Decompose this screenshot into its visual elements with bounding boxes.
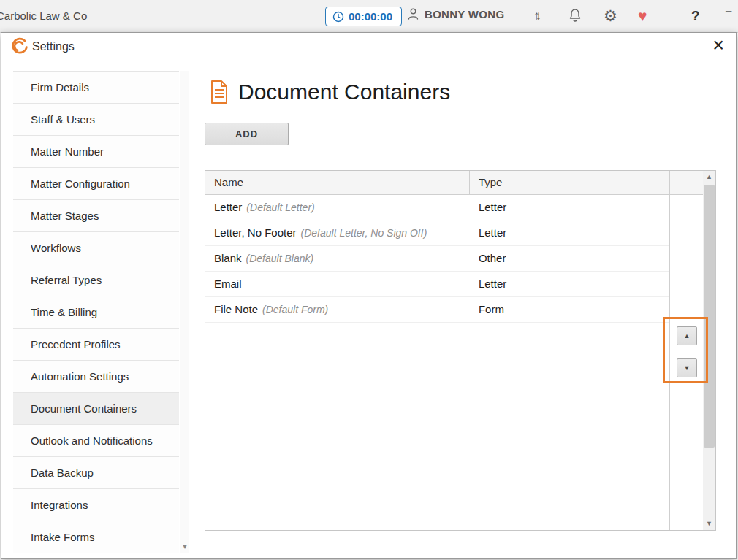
reorder-strip-header (670, 171, 703, 195)
document-icon (209, 80, 229, 104)
table-row[interactable]: File Note(Default Form)Form (205, 297, 669, 323)
sidebar-item-precedent-profiles[interactable]: Precedent Profiles (13, 329, 179, 361)
user-name: BONNY WONG (425, 8, 504, 20)
scrollbar-thumb[interactable] (704, 185, 715, 448)
container-name: File Note (214, 303, 258, 315)
table-row[interactable]: Letter(Default Letter)Letter (205, 195, 669, 220)
person-icon (407, 7, 419, 20)
sidebar-scroll-down-icon[interactable]: ▾ (181, 542, 189, 551)
container-type: Form (470, 297, 669, 322)
page-title-row: Document Containers (209, 80, 450, 104)
default-annotation: (Default Blank) (246, 253, 314, 264)
sidebar-item-firm-details[interactable]: Firm Details (13, 72, 179, 104)
minimize-button[interactable]: – (726, 1, 731, 19)
column-header-name[interactable]: Name (205, 171, 470, 194)
sort-arrows-icon[interactable]: ↑↓ (533, 7, 537, 25)
sidebar-item-document-containers[interactable]: Document Containers (13, 393, 179, 425)
name-cell: File Note(Default Form) (205, 297, 470, 322)
down-triangle-icon: ▼ (684, 364, 691, 372)
container-type: Letter (470, 195, 669, 220)
sidebar-item-data-backup[interactable]: Data Backup (13, 457, 179, 489)
app-logo-icon (11, 37, 30, 56)
name-cell: Letter(Default Letter) (205, 195, 470, 220)
timer-value: 00:00:00 (349, 10, 392, 23)
dialog-header: Settings × (1, 33, 736, 62)
settings-gear-icon[interactable]: ⚙ (604, 7, 617, 25)
table-area: Name Type Letter(Default Letter)LetterLe… (205, 171, 669, 530)
container-type: Letter (470, 272, 669, 296)
sidebar-item-staff-users[interactable]: Staff & Users (13, 104, 179, 136)
sidebar-item-workflows[interactable]: Workflows (13, 232, 179, 264)
containers-table: Name Type Letter(Default Letter)LetterLe… (205, 170, 716, 531)
sidebar-item-referral-types[interactable]: Referral Types (13, 264, 179, 296)
user-menu[interactable]: BONNY WONG (407, 7, 504, 20)
move-down-button[interactable]: ▼ (677, 358, 697, 377)
default-annotation: (Default Letter, No Sign Off) (301, 227, 427, 239)
container-type: Other (470, 246, 669, 271)
favorite-heart-icon[interactable]: ♥ (638, 7, 647, 25)
timer-button[interactable]: 00:00:00 (325, 7, 402, 26)
table-scrollbar[interactable]: ▲ ▼ (703, 171, 715, 530)
app-titlebar: Carbolic Law & Co 00:00:00 BONNY WONG ↑↓… (0, 0, 738, 33)
scroll-down-icon[interactable]: ▼ (703, 518, 715, 530)
company-name: Carbolic Law & Co (0, 9, 87, 22)
sidebar-item-automation-settings[interactable]: Automation Settings (13, 361, 179, 393)
table-header: Name Type (205, 171, 669, 195)
table-row[interactable]: Letter, No Footer(Default Letter, No Sig… (205, 220, 669, 246)
name-cell: Blank(Default Blank) (205, 246, 470, 271)
table-row[interactable]: EmailLetter (205, 272, 669, 297)
scroll-up-icon[interactable]: ▲ (703, 171, 715, 183)
column-header-type[interactable]: Type (470, 171, 669, 194)
notifications-bell-icon[interactable] (568, 8, 582, 27)
clock-icon (332, 11, 344, 23)
container-name: Blank (214, 252, 242, 264)
help-button[interactable]: ? (691, 7, 700, 25)
table-body: Letter(Default Letter)LetterLetter, No F… (205, 195, 669, 323)
move-up-button[interactable]: ▲ (677, 326, 697, 345)
sidebar-scrollbar[interactable]: ▾ (180, 71, 189, 553)
dialog-title: Settings (32, 40, 75, 53)
container-name: Letter (214, 201, 242, 213)
container-type: Letter (470, 220, 669, 245)
sidebar-item-time-billing[interactable]: Time & Billing (13, 296, 179, 329)
default-annotation: (Default Form) (262, 304, 328, 315)
sidebar-item-matter-configuration[interactable]: Matter Configuration (13, 168, 179, 200)
close-icon[interactable]: × (712, 34, 724, 56)
container-name: Letter, No Footer (214, 226, 297, 239)
settings-dialog: Settings × Firm DetailsStaff & UsersMatt… (1, 32, 737, 559)
container-name: Email (214, 277, 242, 290)
page-title: Document Containers (238, 80, 450, 104)
up-triangle-icon: ▲ (684, 332, 691, 340)
name-cell: Letter, No Footer(Default Letter, No Sig… (205, 220, 470, 245)
sidebar-item-integrations[interactable]: Integrations (13, 489, 179, 521)
name-cell: Email (205, 272, 470, 296)
sidebar-item-matter-stages[interactable]: Matter Stages (13, 200, 179, 232)
sidebar-item-matter-number[interactable]: Matter Number (13, 136, 179, 168)
sidebar-list: Firm DetailsStaff & UsersMatter NumberMa… (13, 71, 179, 553)
reorder-strip: ▲ ▼ (669, 171, 703, 530)
sidebar-item-intake-forms[interactable]: Intake Forms (13, 521, 179, 553)
add-button[interactable]: ADD (205, 123, 289, 145)
default-annotation: (Default Letter) (246, 202, 314, 213)
table-row[interactable]: Blank(Default Blank)Other (205, 246, 669, 272)
sidebar-item-outlook-and-notifications[interactable]: Outlook and Notifications (13, 425, 179, 457)
